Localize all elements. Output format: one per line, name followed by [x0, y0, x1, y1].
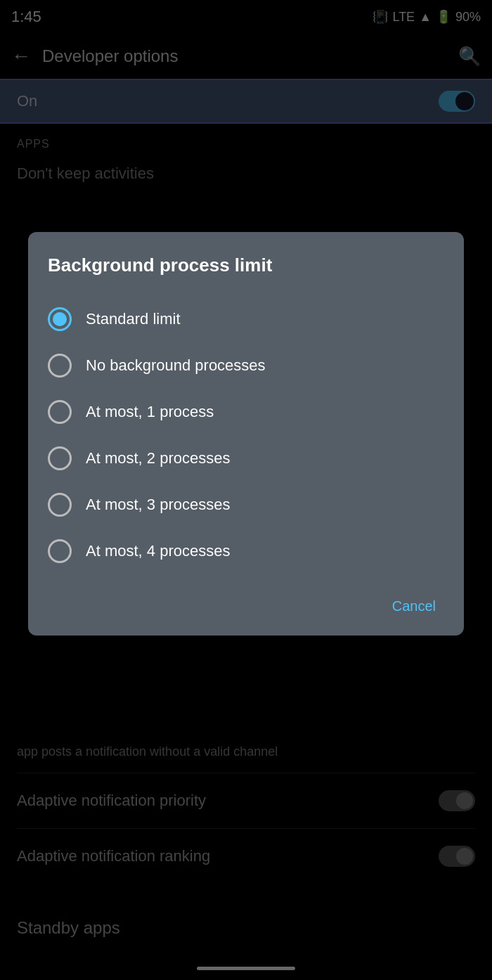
radio-label-at-most-1: At most, 1 process: [86, 403, 214, 421]
radio-circle-at-most-3: [48, 493, 72, 517]
radio-circle-standard: [48, 307, 72, 331]
radio-label-no-background: No background processes: [86, 356, 266, 375]
dialog-actions: Cancel: [48, 586, 444, 621]
radio-circle-no-background: [48, 354, 72, 378]
radio-inner-standard: [53, 312, 67, 326]
radio-circle-at-most-4: [48, 539, 72, 563]
background-process-dialog: Background process limit Standard limit …: [28, 232, 464, 636]
dialog-title: Background process limit: [48, 254, 444, 276]
cancel-button[interactable]: Cancel: [384, 591, 444, 621]
radio-option-at-most-2[interactable]: At most, 2 processes: [48, 435, 444, 482]
radio-option-no-background[interactable]: No background processes: [48, 342, 444, 389]
radio-label-at-most-2: At most, 2 processes: [86, 449, 230, 468]
radio-option-at-most-1[interactable]: At most, 1 process: [48, 389, 444, 435]
radio-circle-at-most-1: [48, 400, 72, 424]
radio-label-at-most-3: At most, 3 processes: [86, 496, 230, 514]
radio-option-at-most-4[interactable]: At most, 4 processes: [48, 528, 444, 574]
radio-label-standard: Standard limit: [86, 310, 181, 328]
radio-option-standard[interactable]: Standard limit: [48, 296, 444, 342]
radio-option-at-most-3[interactable]: At most, 3 processes: [48, 482, 444, 528]
radio-circle-at-most-2: [48, 446, 72, 470]
radio-label-at-most-4: At most, 4 processes: [86, 542, 230, 560]
